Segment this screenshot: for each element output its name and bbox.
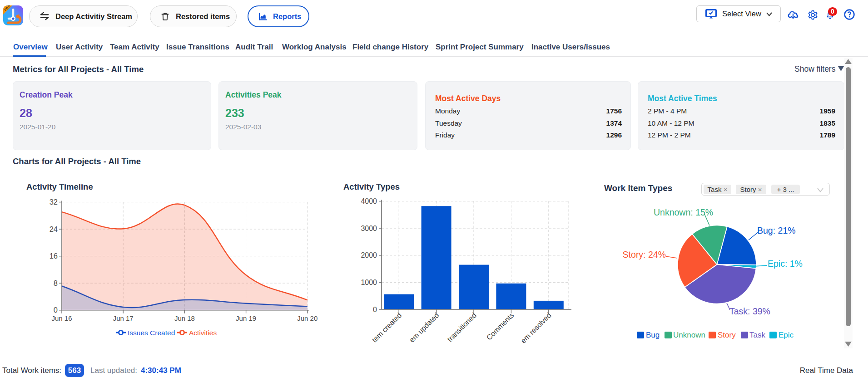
svg-text:Jun 16: Jun 16 [51,314,72,322]
svg-text:Bug: Bug [646,331,660,339]
svg-text:em updated: em updated [408,311,441,343]
svg-text:Unknown: 15%: Unknown: 15% [654,207,713,217]
svg-text:8: 8 [54,279,58,287]
svg-text:Jun 17: Jun 17 [113,314,134,322]
svg-text:32: 32 [50,198,58,206]
svg-text:Task: Task [749,331,765,339]
svg-text:Task: 39%: Task: 39% [729,306,770,316]
svg-text:Story: Story [718,331,736,339]
svg-text:Bug: 21%: Bug: 21% [757,225,796,235]
svg-text:Epic: Epic [779,331,794,339]
svg-text:Unknown: Unknown [673,331,705,339]
svg-text:16: 16 [50,252,58,260]
svg-text:0: 0 [373,306,377,313]
svg-text:transitioned: transitioned [446,311,478,343]
svg-text:Story: 24%: Story: 24% [623,250,666,259]
svg-text:Jun 18: Jun 18 [174,314,195,322]
svg-text:Comments: Comments [485,311,516,342]
svg-text:Jun 19: Jun 19 [236,314,256,322]
svg-text:3000: 3000 [361,225,377,232]
svg-text:Issues Created: Issues Created [128,329,175,337]
svg-text:Jun 20: Jun 20 [297,314,317,322]
svg-text:tem created: tem created [371,311,403,343]
svg-text:1000: 1000 [361,279,377,286]
svg-text:24: 24 [50,225,58,233]
svg-text:Epic: 1%: Epic: 1% [768,259,803,269]
svg-text:Activities: Activities [189,329,217,337]
svg-text:em resolved: em resolved [519,311,553,343]
svg-text:2000: 2000 [361,251,377,259]
svg-text:4000: 4000 [361,197,377,205]
svg-text:0: 0 [54,306,58,314]
